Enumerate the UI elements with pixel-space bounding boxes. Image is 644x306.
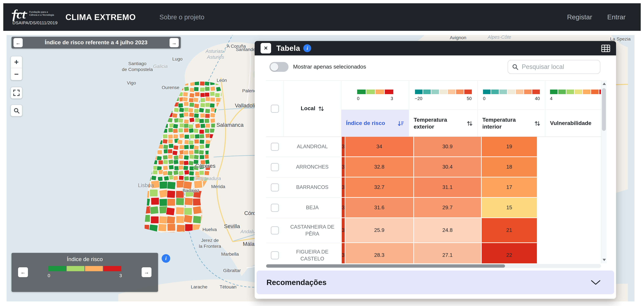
risk-color-scale <box>357 89 393 94</box>
table-row: ALANDROAL 3 34 30.9 19 <box>266 137 601 157</box>
table-row: BEJA 3 31.6 29.7 15 <box>266 198 601 218</box>
scale-swatch <box>67 266 84 271</box>
legend-info-icon[interactable]: i <box>162 254 170 263</box>
column-vulnerability-label: Vulnerabilidade <box>550 120 592 127</box>
table-body: ALANDROAL 3 34 30.9 19 ARRONCHES 3 32.8 … <box>266 137 601 263</box>
row-checkbox[interactable] <box>271 251 279 259</box>
column-vulnerability[interactable]: Vulnerabilidade <box>546 110 601 137</box>
row-checkbox[interactable] <box>271 143 279 151</box>
scale-swatch <box>415 89 422 94</box>
vulnerability-cell: 17 <box>481 177 537 198</box>
local-name: ARRONCHES <box>294 164 331 170</box>
scale-swatch <box>357 89 366 94</box>
temp-int-color-scale <box>483 89 540 94</box>
row-checkbox[interactable] <box>271 163 279 171</box>
project-reference: DSAIPA/DS/0111/2019 <box>12 20 58 25</box>
local-name: ALANDROAL <box>294 143 330 150</box>
scale-swatch <box>558 89 566 94</box>
scale-swatch <box>384 89 393 94</box>
risk-index-cell: 3 <box>341 137 345 157</box>
risk-index-cell: 3 <box>341 243 345 263</box>
scale-swatch <box>376 89 384 94</box>
local-name: FIGUEIRA DE CASTELO <box>284 248 341 262</box>
search-input[interactable] <box>522 63 596 71</box>
column-temp-ext[interactable]: Temperatura exterior <box>409 110 478 137</box>
prev-date-button[interactable]: ← <box>14 38 23 47</box>
horizontal-scroll-thumb[interactable] <box>266 264 505 268</box>
risk-index-cell: 3 <box>341 157 345 177</box>
vulnerability-cell: 21 <box>481 218 537 243</box>
scale-max: 50 <box>467 96 472 101</box>
legend-title: Índice de risco <box>12 253 158 263</box>
vulnerability-cell: 18 <box>481 157 537 177</box>
temp-ext-cell: 28.3 <box>345 243 413 263</box>
table-header: Local 0 3 <box>266 80 601 137</box>
table-view-icon[interactable] <box>601 44 610 52</box>
local-name: BARRANCOS <box>294 184 331 191</box>
table-row: ARRONCHES 3 32.8 30.4 18 <box>266 157 601 177</box>
nav-about-link[interactable]: Sobre o projeto <box>159 13 204 21</box>
vertical-scroll-thumb[interactable] <box>602 88 606 131</box>
legend-prev-button[interactable]: ← <box>18 267 28 277</box>
scale-swatch <box>366 89 375 94</box>
risk-index-cell: 3 <box>341 198 345 218</box>
search-icon <box>13 107 20 114</box>
row-checkbox[interactable] <box>271 204 279 212</box>
toggle-knob <box>270 63 278 71</box>
navbar: fct Fundação para a Ciência e a Tecnolog… <box>3 3 641 31</box>
temp-int-cell: 31.1 <box>413 177 481 198</box>
scale-swatch <box>550 89 558 94</box>
column-temp-ext-label: Temperatura exterior <box>414 116 453 130</box>
scroll-down-arrow[interactable] <box>602 259 606 261</box>
column-temp-int[interactable]: Temperatura interior <box>478 110 545 137</box>
temp-ext-cell: 32.7 <box>345 177 413 198</box>
horizontal-scrollbar[interactable] <box>266 264 601 268</box>
column-local-label: Local <box>301 105 316 112</box>
table-info-icon[interactable]: i <box>304 44 311 52</box>
scale-swatch <box>464 89 472 94</box>
vulnerability-cell: 15 <box>481 198 537 218</box>
scale-swatch <box>48 266 66 271</box>
scale-min: −20 <box>415 96 422 101</box>
register-link[interactable]: Registar <box>567 13 592 21</box>
vertical-scrollbar[interactable] <box>601 80 606 263</box>
scale-max: 3 <box>391 96 393 101</box>
login-link[interactable]: Entrar <box>607 13 626 21</box>
close-button[interactable]: × <box>260 43 271 53</box>
table-row: FIGUEIRA DE CASTELO 3 28.3 27.1 22 <box>266 243 601 263</box>
zoom-out-button[interactable]: − <box>11 68 22 80</box>
recommendations-title: Recomendações <box>266 278 326 287</box>
scroll-up-arrow[interactable] <box>602 83 606 85</box>
select-all-checkbox[interactable] <box>271 105 279 113</box>
vulnerability-cell: 19 <box>481 137 537 157</box>
temp-int-cell: 30.9 <box>413 137 481 157</box>
fullscreen-icon <box>13 90 20 96</box>
row-checkbox[interactable] <box>271 183 279 191</box>
scale-swatch <box>500 89 507 94</box>
scale-swatch <box>85 266 103 271</box>
auth-links: Registar Entrar <box>567 13 626 21</box>
fct-logo: fct Fundação para a Ciência e a Tecnolog… <box>12 9 58 25</box>
next-date-button[interactable]: → <box>170 38 179 47</box>
recommendations-accordion[interactable]: Recomendações <box>256 271 614 294</box>
temp-ext-cell: 34 <box>345 137 413 157</box>
map-search-button[interactable] <box>10 105 22 116</box>
column-risk-index[interactable]: Índice de risco <box>342 110 409 137</box>
zoom-control: + − <box>10 56 22 80</box>
show-selected-toggle[interactable] <box>270 62 288 72</box>
local-name: CASTANHEIRA DE PÊRA <box>284 224 341 237</box>
scale-swatch <box>448 89 455 94</box>
scale-min: 4 <box>550 96 552 101</box>
scale-max: 40 <box>535 96 540 101</box>
fullscreen-button[interactable] <box>10 87 22 99</box>
fct-logo-caption: Fundação para a Ciência e a Tecnologia <box>29 9 54 16</box>
scale-swatch <box>104 266 121 271</box>
vuln-color-scale <box>550 89 601 94</box>
temp-int-cell: 30.4 <box>413 157 481 177</box>
toggle-label: Mostrar apenas selecionados <box>293 64 366 70</box>
panel-title: Tabela <box>276 44 300 53</box>
column-local[interactable]: Local <box>284 81 341 137</box>
legend-next-button[interactable]: → <box>142 267 152 277</box>
zoom-in-button[interactable]: + <box>11 56 22 68</box>
row-checkbox[interactable] <box>271 226 279 235</box>
